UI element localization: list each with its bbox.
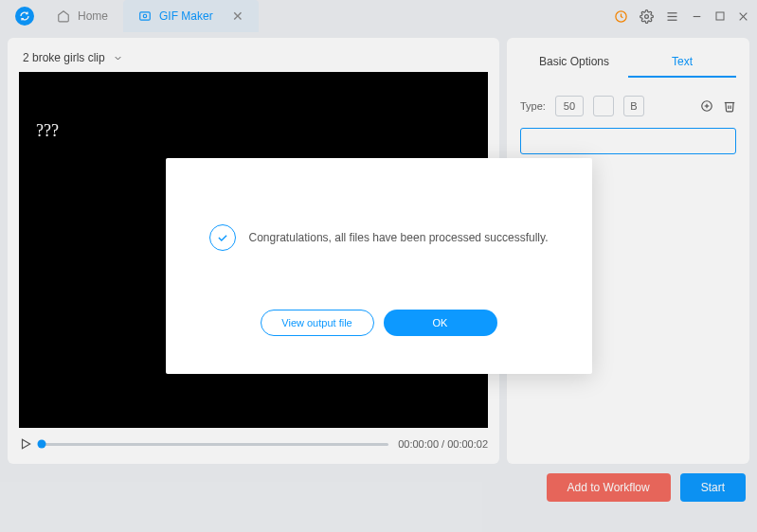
modal-buttons: View output file OK bbox=[194, 310, 564, 336]
ok-button[interactable]: OK bbox=[384, 310, 497, 336]
modal-message: Congratulations, all files have been pro… bbox=[249, 231, 549, 244]
modal-overlay: Congratulations, all files have been pro… bbox=[0, 0, 757, 532]
check-icon bbox=[209, 224, 236, 251]
view-output-button[interactable]: View output file bbox=[261, 310, 374, 336]
success-modal: Congratulations, all files have been pro… bbox=[166, 158, 592, 374]
modal-message-row: Congratulations, all files have been pro… bbox=[194, 224, 564, 251]
